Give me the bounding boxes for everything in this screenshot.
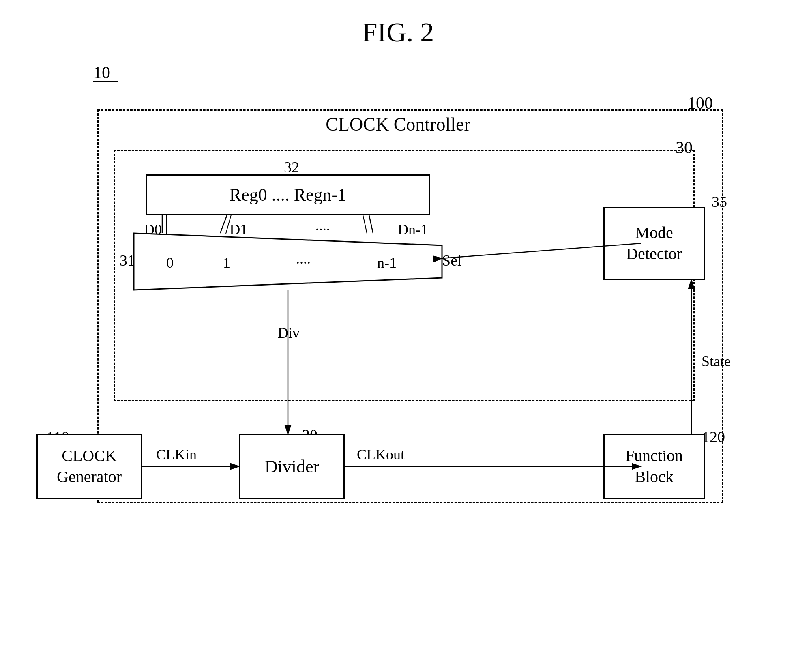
- clock-generator-box: CLOCKGenerator: [36, 434, 142, 499]
- svg-text:0: 0: [166, 255, 174, 271]
- ref-underline-10: [93, 81, 118, 82]
- register-label: Reg0 .... Regn-1: [230, 185, 346, 205]
- register-box: Reg0 .... Regn-1: [146, 174, 430, 215]
- ref-label-35: 35: [712, 193, 727, 210]
- mux-shape: 0 1 ···· n-1: [134, 233, 442, 290]
- svg-text:n-1: n-1: [377, 255, 397, 271]
- ref-label-32: 32: [284, 158, 299, 176]
- state-label: State: [702, 353, 731, 370]
- svg-text:····: ····: [296, 255, 311, 271]
- mode-detector-label: ModeDetector: [626, 222, 682, 264]
- clock-generator-label: CLOCKGenerator: [57, 445, 122, 487]
- divider-label: Divider: [265, 456, 319, 477]
- mode-detector-box: ModeDetector: [603, 207, 705, 280]
- ref-label-10: 10: [93, 63, 110, 82]
- ref-label-120: 120: [702, 428, 725, 446]
- clkin-label: CLKin: [156, 446, 197, 463]
- sel-label: Sel: [442, 251, 462, 269]
- figure-title: FIG. 2: [362, 16, 434, 48]
- svg-text:1: 1: [223, 255, 230, 271]
- clkout-label: CLKout: [357, 446, 405, 463]
- clock-controller-label: CLOCK Controller: [326, 114, 470, 135]
- function-block-label: FunctionBlock: [625, 445, 683, 487]
- divider-box: Divider: [239, 434, 345, 499]
- ref-label-31: 31: [120, 251, 135, 269]
- div-label: Div: [278, 324, 300, 341]
- function-block-box: FunctionBlock: [603, 434, 705, 499]
